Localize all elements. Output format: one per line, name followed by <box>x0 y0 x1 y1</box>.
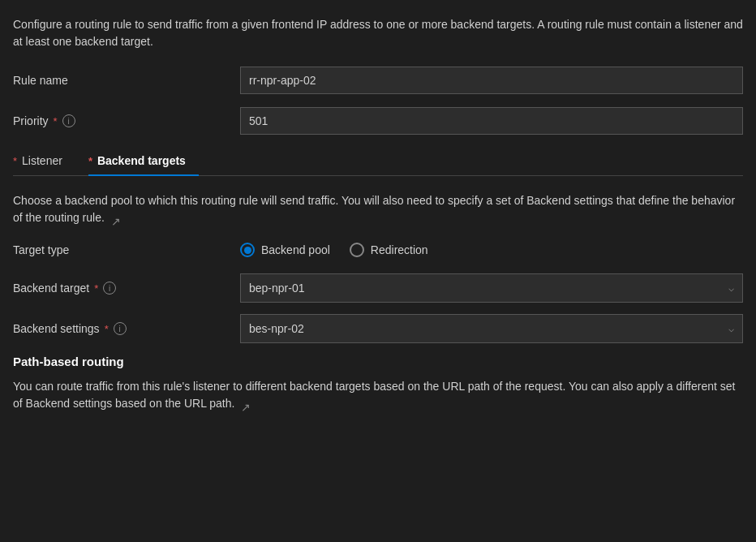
radio-redirection-circle[interactable] <box>350 243 364 257</box>
priority-row: Priority * i <box>13 107 743 135</box>
rule-name-input[interactable] <box>240 67 743 94</box>
radio-backend-pool-circle[interactable] <box>240 243 255 257</box>
backend-target-required-star: * <box>94 282 98 295</box>
backend-target-row: Backend target * i bep-npr-01 ⌵ <box>13 273 743 303</box>
backend-target-label: Backend target * i <box>13 282 240 295</box>
radio-backend-pool-label: Backend pool <box>261 243 330 256</box>
path-routing-title: Path-based routing <box>13 355 743 368</box>
path-routing-section: Path-based routing You can route traffic… <box>13 355 743 412</box>
target-type-radio-group: Backend pool Redirection <box>240 243 428 257</box>
tabs-row: * Listener * Backend targets <box>13 148 743 176</box>
path-routing-description: You can route traffic from this rule's l… <box>13 378 743 412</box>
tab-backend-targets[interactable]: * Backend targets <box>88 148 199 175</box>
target-type-label: Target type <box>13 243 240 256</box>
priority-input[interactable] <box>240 107 743 135</box>
backend-target-dropdown-arrow: ⌵ <box>728 282 734 294</box>
backend-settings-dropdown-arrow: ⌵ <box>728 323 734 334</box>
priority-required-star: * <box>54 115 58 127</box>
tab-listener[interactable]: * Listener <box>13 148 75 175</box>
radio-redirection-label: Redirection <box>371 243 428 256</box>
backend-settings-label: Backend settings * i <box>13 322 240 335</box>
backend-settings-dropdown[interactable]: bes-npr-02 ⌵ <box>240 314 743 343</box>
page-description: Configure a routing rule to send traffic… <box>13 16 743 50</box>
radio-backend-pool[interactable]: Backend pool <box>240 243 330 257</box>
backend-target-dropdown[interactable]: bep-npr-01 ⌵ <box>240 273 743 303</box>
target-type-row: Target type Backend pool Redirection <box>13 243 743 257</box>
backend-settings-row: Backend settings * i bes-npr-02 ⌵ <box>13 314 743 343</box>
rule-name-label: Rule name <box>13 74 240 87</box>
backend-targets-external-link-icon[interactable]: ↗ <box>111 213 121 223</box>
priority-label: Priority * i <box>13 114 240 127</box>
backend-targets-description: Choose a backend pool to which this rout… <box>13 192 743 226</box>
rule-name-row: Rule name <box>13 67 743 94</box>
radio-redirection[interactable]: Redirection <box>350 243 428 257</box>
backend-settings-required-star: * <box>105 323 109 335</box>
backend-target-info-icon[interactable]: i <box>103 282 116 295</box>
backend-settings-info-icon[interactable]: i <box>114 322 127 335</box>
priority-info-icon[interactable]: i <box>62 114 75 127</box>
path-routing-external-link-icon[interactable]: ↗ <box>241 399 251 409</box>
